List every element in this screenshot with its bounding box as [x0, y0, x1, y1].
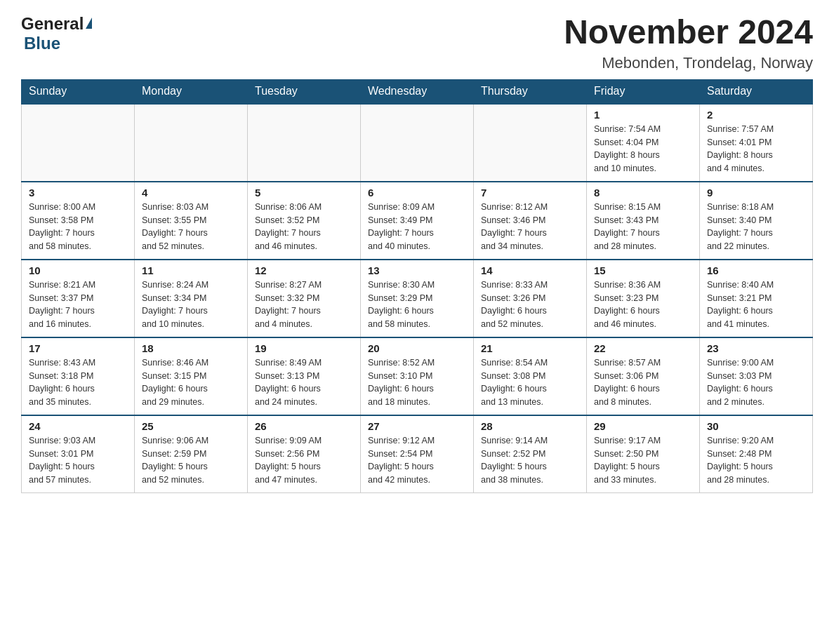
header-row: SundayMondayTuesdayWednesdayThursdayFrid… [22, 79, 813, 104]
day-number: 10 [29, 264, 127, 276]
day-number: 17 [29, 342, 127, 354]
day-number: 26 [255, 420, 353, 432]
calendar-cell: 26Sunrise: 9:09 AM Sunset: 2:56 PM Dayli… [248, 415, 361, 493]
header-thursday: Thursday [474, 79, 587, 104]
header-saturday: Saturday [700, 79, 813, 104]
day-number: 15 [594, 264, 692, 276]
logo-arrow-icon [86, 18, 92, 29]
calendar-week-0: 1Sunrise: 7:54 AM Sunset: 4:04 PM Daylig… [22, 104, 813, 182]
calendar-cell: 6Sunrise: 8:09 AM Sunset: 3:49 PM Daylig… [361, 182, 474, 260]
calendar-cell: 17Sunrise: 8:43 AM Sunset: 3:18 PM Dayli… [22, 337, 135, 415]
day-number: 20 [368, 342, 466, 354]
calendar-cell: 5Sunrise: 8:06 AM Sunset: 3:52 PM Daylig… [248, 182, 361, 260]
day-info: Sunrise: 8:52 AM Sunset: 3:10 PM Dayligh… [368, 356, 466, 409]
header-friday: Friday [587, 79, 700, 104]
day-info: Sunrise: 8:40 AM Sunset: 3:21 PM Dayligh… [707, 279, 805, 331]
logo-blue-text: Blue [24, 34, 60, 53]
day-info: Sunrise: 9:20 AM Sunset: 2:48 PM Dayligh… [707, 434, 805, 487]
header-wednesday: Wednesday [361, 79, 474, 104]
calendar-cell [22, 104, 135, 182]
day-info: Sunrise: 7:54 AM Sunset: 4:04 PM Dayligh… [594, 123, 692, 175]
day-info: Sunrise: 8:27 AM Sunset: 3:32 PM Dayligh… [255, 279, 353, 331]
calendar-cell: 29Sunrise: 9:17 AM Sunset: 2:50 PM Dayli… [587, 415, 700, 493]
day-number: 4 [142, 187, 240, 199]
day-number: 16 [707, 264, 805, 276]
day-number: 23 [707, 342, 805, 354]
calendar-cell: 19Sunrise: 8:49 AM Sunset: 3:13 PM Dayli… [248, 337, 361, 415]
day-info: Sunrise: 8:00 AM Sunset: 3:58 PM Dayligh… [29, 201, 127, 253]
day-info: Sunrise: 8:36 AM Sunset: 3:23 PM Dayligh… [594, 279, 692, 331]
day-info: Sunrise: 9:06 AM Sunset: 2:59 PM Dayligh… [142, 434, 240, 487]
day-info: Sunrise: 8:09 AM Sunset: 3:49 PM Dayligh… [368, 201, 466, 253]
day-number: 9 [707, 187, 805, 199]
day-info: Sunrise: 9:17 AM Sunset: 2:50 PM Dayligh… [594, 434, 692, 487]
header-monday: Monday [135, 79, 248, 104]
calendar-cell: 28Sunrise: 9:14 AM Sunset: 2:52 PM Dayli… [474, 415, 587, 493]
day-info: Sunrise: 8:21 AM Sunset: 3:37 PM Dayligh… [29, 279, 127, 331]
calendar-cell: 20Sunrise: 8:52 AM Sunset: 3:10 PM Dayli… [361, 337, 474, 415]
day-number: 11 [142, 264, 240, 276]
calendar-cell: 12Sunrise: 8:27 AM Sunset: 3:32 PM Dayli… [248, 260, 361, 337]
day-number: 29 [594, 420, 692, 432]
day-number: 13 [368, 264, 466, 276]
calendar-cell: 13Sunrise: 8:30 AM Sunset: 3:29 PM Dayli… [361, 260, 474, 337]
calendar-cell: 8Sunrise: 8:15 AM Sunset: 3:43 PM Daylig… [587, 182, 700, 260]
day-number: 14 [481, 264, 579, 276]
calendar-cell: 25Sunrise: 9:06 AM Sunset: 2:59 PM Dayli… [135, 415, 248, 493]
calendar-table: SundayMondayTuesdayWednesdayThursdayFrid… [21, 79, 813, 493]
day-number: 12 [255, 264, 353, 276]
day-info: Sunrise: 9:03 AM Sunset: 3:01 PM Dayligh… [29, 434, 127, 487]
day-info: Sunrise: 8:03 AM Sunset: 3:55 PM Dayligh… [142, 201, 240, 253]
calendar-cell: 7Sunrise: 8:12 AM Sunset: 3:46 PM Daylig… [474, 182, 587, 260]
day-info: Sunrise: 8:24 AM Sunset: 3:34 PM Dayligh… [142, 279, 240, 331]
calendar-title: November 2024 [564, 14, 813, 51]
day-info: Sunrise: 8:06 AM Sunset: 3:52 PM Dayligh… [255, 201, 353, 253]
calendar-week-1: 3Sunrise: 8:00 AM Sunset: 3:58 PM Daylig… [22, 182, 813, 260]
day-info: Sunrise: 8:46 AM Sunset: 3:15 PM Dayligh… [142, 356, 240, 409]
calendar-cell: 9Sunrise: 8:18 AM Sunset: 3:40 PM Daylig… [700, 182, 813, 260]
day-number: 27 [368, 420, 466, 432]
day-info: Sunrise: 8:43 AM Sunset: 3:18 PM Dayligh… [29, 356, 127, 409]
day-number: 5 [255, 187, 353, 199]
calendar-cell: 21Sunrise: 8:54 AM Sunset: 3:08 PM Dayli… [474, 337, 587, 415]
day-number: 1 [594, 109, 692, 121]
calendar-cell [248, 104, 361, 182]
calendar-cell: 23Sunrise: 9:00 AM Sunset: 3:03 PM Dayli… [700, 337, 813, 415]
day-info: Sunrise: 9:12 AM Sunset: 2:54 PM Dayligh… [368, 434, 466, 487]
day-info: Sunrise: 8:12 AM Sunset: 3:46 PM Dayligh… [481, 201, 579, 253]
day-number: 18 [142, 342, 240, 354]
day-info: Sunrise: 8:57 AM Sunset: 3:06 PM Dayligh… [594, 356, 692, 409]
calendar-cell: 24Sunrise: 9:03 AM Sunset: 3:01 PM Dayli… [22, 415, 135, 493]
day-number: 6 [368, 187, 466, 199]
day-number: 22 [594, 342, 692, 354]
logo-general-text: General [21, 14, 84, 34]
day-info: Sunrise: 9:00 AM Sunset: 3:03 PM Dayligh… [707, 356, 805, 409]
calendar-cell: 4Sunrise: 8:03 AM Sunset: 3:55 PM Daylig… [135, 182, 248, 260]
day-info: Sunrise: 7:57 AM Sunset: 4:01 PM Dayligh… [707, 123, 805, 175]
calendar-cell: 14Sunrise: 8:33 AM Sunset: 3:26 PM Dayli… [474, 260, 587, 337]
calendar-week-2: 10Sunrise: 8:21 AM Sunset: 3:37 PM Dayli… [22, 260, 813, 337]
header-sunday: Sunday [22, 79, 135, 104]
calendar-week-3: 17Sunrise: 8:43 AM Sunset: 3:18 PM Dayli… [22, 337, 813, 415]
day-info: Sunrise: 8:33 AM Sunset: 3:26 PM Dayligh… [481, 279, 579, 331]
day-number: 3 [29, 187, 127, 199]
calendar-cell: 3Sunrise: 8:00 AM Sunset: 3:58 PM Daylig… [22, 182, 135, 260]
day-number: 30 [707, 420, 805, 432]
calendar-cell: 27Sunrise: 9:12 AM Sunset: 2:54 PM Dayli… [361, 415, 474, 493]
calendar-subtitle: Mebonden, Trondelag, Norway [564, 54, 813, 72]
day-number: 8 [594, 187, 692, 199]
day-number: 19 [255, 342, 353, 354]
day-number: 25 [142, 420, 240, 432]
calendar-cell [361, 104, 474, 182]
day-info: Sunrise: 8:15 AM Sunset: 3:43 PM Dayligh… [594, 201, 692, 253]
day-info: Sunrise: 8:18 AM Sunset: 3:40 PM Dayligh… [707, 201, 805, 253]
day-number: 2 [707, 109, 805, 121]
page-header: General Blue November 2024 Mebonden, Tro… [21, 14, 813, 72]
day-info: Sunrise: 9:09 AM Sunset: 2:56 PM Dayligh… [255, 434, 353, 487]
calendar-header: SundayMondayTuesdayWednesdayThursdayFrid… [22, 79, 813, 104]
calendar-cell [135, 104, 248, 182]
day-info: Sunrise: 8:30 AM Sunset: 3:29 PM Dayligh… [368, 279, 466, 331]
calendar-cell: 30Sunrise: 9:20 AM Sunset: 2:48 PM Dayli… [700, 415, 813, 493]
day-info: Sunrise: 8:54 AM Sunset: 3:08 PM Dayligh… [481, 356, 579, 409]
calendar-cell: 1Sunrise: 7:54 AM Sunset: 4:04 PM Daylig… [587, 104, 700, 182]
